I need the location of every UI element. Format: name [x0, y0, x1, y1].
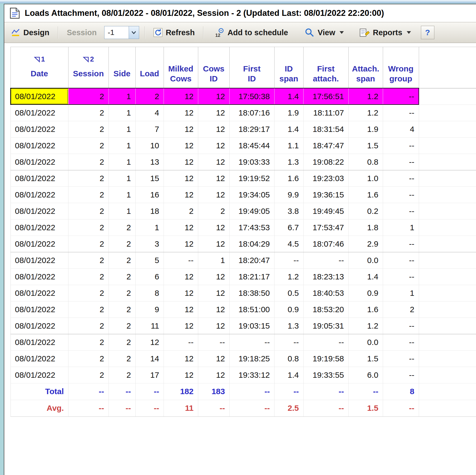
cell-date[interactable]: 08/01/2022 [10, 105, 68, 121]
cell[interactable]: 6.0 [348, 367, 383, 383]
view-button[interactable]: View [302, 25, 347, 40]
cell-date[interactable]: 08/01/2022 [10, 268, 68, 285]
cell[interactable]: 12 [135, 334, 164, 350]
column-header-load[interactable]: Load [135, 47, 164, 88]
table-row[interactable]: 08/01/20222214121219:18:250.819:19:581.5… [10, 350, 476, 367]
cell[interactable]: 1 [109, 105, 135, 121]
cell[interactable]: -- [164, 252, 198, 268]
cell[interactable]: 0.9 [274, 301, 303, 318]
cell[interactable]: 7 [135, 121, 164, 137]
cell[interactable]: 12 [164, 301, 198, 318]
cell[interactable]: 2 [109, 219, 135, 236]
cell[interactable]: 2 [68, 334, 109, 350]
cell[interactable]: 1 [109, 137, 135, 154]
cell[interactable]: 13 [135, 154, 164, 170]
cell[interactable]: 12 [198, 121, 229, 137]
column-header-session[interactable]: 2Session [68, 47, 109, 88]
cell[interactable]: 19:18:25 [229, 350, 274, 367]
cell[interactable]: 1.3 [274, 154, 303, 170]
cell[interactable]: 2 [68, 301, 109, 318]
cell[interactable]: 19:03:15 [229, 318, 274, 334]
avg-row[interactable]: Avg.------11----2.5--1.5-- [10, 400, 476, 416]
cell[interactable]: -- [229, 383, 274, 400]
column-header-attach-span[interactable]: Attach. span [348, 47, 383, 88]
cell[interactable]: -- [229, 334, 274, 350]
cell[interactable]: 12 [164, 219, 198, 236]
cell[interactable]: 182 [164, 383, 198, 400]
cell[interactable]: -- [383, 154, 419, 170]
cell[interactable]: 2 [109, 301, 135, 318]
table-row[interactable]: 08/01/2022229121218:51:000.918:53:201.62 [10, 301, 476, 318]
cell[interactable]: 12 [198, 367, 229, 383]
design-button[interactable]: Design [8, 26, 52, 39]
cell[interactable]: 3 [135, 236, 164, 252]
column-header-cows-id[interactable]: Cows ID [198, 47, 229, 88]
cell[interactable]: -- [383, 268, 419, 285]
cell[interactable]: 1.6 [348, 186, 383, 203]
cell[interactable]: 1.6 [274, 170, 303, 186]
cell[interactable]: 9.9 [274, 186, 303, 203]
cell[interactable]: -- [274, 334, 303, 350]
cell[interactable]: 12 [164, 350, 198, 367]
cell[interactable]: -- [274, 252, 303, 268]
cell[interactable]: 2 [68, 219, 109, 236]
cell[interactable]: 1.4 [348, 268, 383, 285]
help-button[interactable]: ? [421, 26, 434, 39]
cell[interactable]: 12 [198, 219, 229, 236]
cell[interactable]: 12 [198, 154, 229, 170]
cell[interactable]: 2 [68, 236, 109, 252]
table-row[interactable]: 08/01/2022228121218:38:500.518:40:530.91 [10, 285, 476, 301]
table-row[interactable]: 08/01/2022214121218:07:161.918:11:071.2-… [10, 105, 476, 121]
table-row[interactable]: 08/01/202221182219:49:053.819:49:450.2-- [10, 203, 476, 219]
column-header-first-attach[interactable]: First attach. [303, 47, 348, 88]
cell[interactable]: 2 [198, 203, 229, 219]
cell[interactable]: -- [229, 400, 274, 416]
cell[interactable]: -- [383, 186, 419, 203]
table-row[interactable]: 08/01/2022226121218:21:171.218:23:131.4-… [10, 268, 476, 285]
cell[interactable]: -- [109, 383, 135, 400]
cell[interactable]: 19:49:45 [303, 203, 348, 219]
cell[interactable]: 1.2 [274, 268, 303, 285]
cell[interactable]: -- [383, 105, 419, 121]
cell[interactable]: 6.7 [274, 219, 303, 236]
cell[interactable]: 2 [68, 105, 109, 121]
cell[interactable]: 1.8 [348, 219, 383, 236]
cell[interactable]: 12 [164, 186, 198, 203]
cell[interactable]: 19:33:12 [229, 367, 274, 383]
cell[interactable]: 18:11:07 [303, 105, 348, 121]
cell[interactable]: -- [109, 400, 135, 416]
column-header-date[interactable]: 1Date [10, 47, 68, 88]
cell[interactable]: -- [383, 170, 419, 186]
cell[interactable]: 4 [135, 105, 164, 121]
cell[interactable]: 0.8 [274, 350, 303, 367]
cell[interactable]: 1 [198, 252, 229, 268]
cell[interactable]: 0.9 [348, 285, 383, 301]
cell[interactable]: -- [383, 367, 419, 383]
cell[interactable]: 2 [68, 285, 109, 301]
table-row[interactable]: 08/01/2022212121217:50:381.417:56:511.2-… [10, 88, 476, 105]
cell[interactable]: 2 [68, 121, 109, 137]
cell[interactable]: 12 [198, 285, 229, 301]
cell[interactable]: 12 [198, 236, 229, 252]
cell[interactable]: 19:19:58 [303, 350, 348, 367]
cell[interactable]: 18:51:00 [229, 301, 274, 318]
cell[interactable]: 1.4 [274, 367, 303, 383]
cell[interactable]: 2 [68, 318, 109, 334]
cell[interactable]: 18:40:53 [303, 285, 348, 301]
table-row[interactable]: 08/01/2022223121218:04:294.518:07:462.9-… [10, 236, 476, 252]
cell-date[interactable]: 08/01/2022 [10, 186, 68, 203]
cell[interactable]: 0.0 [348, 334, 383, 350]
cell[interactable]: 1 [383, 219, 419, 236]
cell[interactable]: 18:53:20 [303, 301, 348, 318]
cell[interactable]: 18:23:13 [303, 268, 348, 285]
cell-date[interactable]: 08/01/2022 [10, 334, 68, 350]
cell-date[interactable]: 08/01/2022 [10, 236, 68, 252]
cell[interactable]: 1.6 [348, 301, 383, 318]
cell[interactable]: 1.2 [348, 105, 383, 121]
cell[interactable]: 14 [135, 350, 164, 367]
cell[interactable]: 17:53:47 [303, 219, 348, 236]
cell[interactable]: 19:05:31 [303, 318, 348, 334]
cell[interactable]: 18:31:54 [303, 121, 348, 137]
cell[interactable]: -- [68, 383, 109, 400]
cell[interactable]: 17:50:38 [229, 88, 274, 105]
